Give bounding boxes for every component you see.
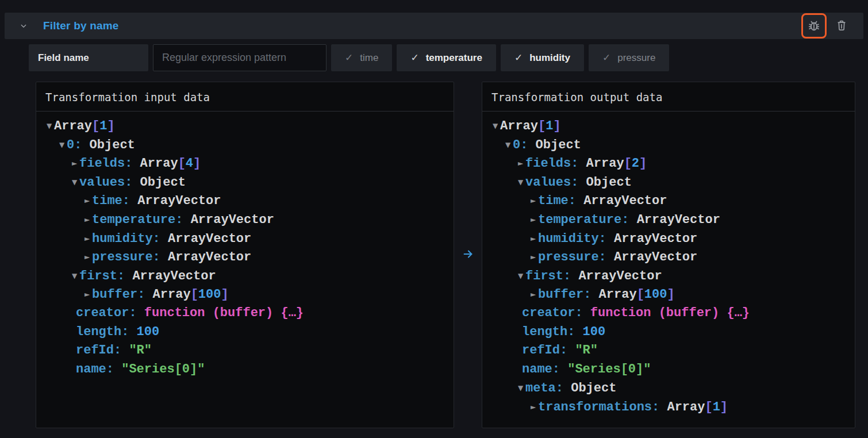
tree-row[interactable]: ►buffer: Array[100] (482, 285, 855, 304)
json-plain: Array (145, 287, 190, 302)
json-function: function (buffer) {…} (137, 306, 304, 320)
tree-row: refId: "R" (482, 341, 855, 360)
debug-transformation-button[interactable] (801, 13, 827, 39)
json-bracket: [ (538, 119, 546, 133)
caret-right-icon[interactable]: ► (85, 210, 92, 229)
json-number: 1 (713, 400, 720, 414)
json-plain: Array (578, 156, 624, 171)
json-bracket: [ (178, 156, 186, 171)
tree-row[interactable]: ►pressure: ArrayVector (482, 248, 855, 267)
caret-right-icon[interactable]: ► (531, 229, 538, 248)
json-key: 0: (513, 138, 528, 152)
caret-right-icon[interactable]: ► (518, 154, 525, 173)
transformation-editor-header: Filter by name (5, 13, 863, 39)
caret-right-icon[interactable]: ► (531, 398, 538, 417)
tree-row[interactable]: ▼Array[1] (36, 117, 454, 136)
check-icon: ✓ (345, 52, 353, 64)
caret-right-icon[interactable]: ► (85, 191, 92, 210)
caret-down-icon[interactable]: ▼ (72, 173, 79, 192)
transform-flow (454, 82, 482, 428)
json-key: humidity: (538, 232, 606, 246)
caret-right-icon[interactable]: ► (72, 154, 79, 173)
tree-row[interactable]: ►transformations: Array[1] (482, 398, 855, 417)
tree-row[interactable]: ►time: ArrayVector (482, 191, 855, 210)
json-function: function (buffer) {…} (583, 306, 750, 320)
json-bracket: ] (107, 119, 114, 133)
caret-down-icon[interactable]: ▼ (518, 379, 525, 398)
json-plain: Array (659, 400, 705, 414)
tree-row[interactable]: ▼0: Object (36, 136, 454, 155)
arrow-right-icon (462, 248, 474, 263)
caret-right-icon[interactable]: ► (531, 191, 538, 210)
tree-row[interactable]: ►buffer: Array[100] (36, 285, 454, 304)
transformation-input-panel: Transformation input data ▼Array[1]▼0: O… (36, 82, 454, 428)
json-number: 1 (99, 119, 107, 133)
header-actions (801, 13, 851, 39)
tree-row: refId: "R" (36, 341, 454, 360)
tree-row[interactable]: ►temperature: ArrayVector (36, 210, 454, 229)
tree-row: name: "Series[0]" (482, 360, 855, 379)
field-toggle-label: time (360, 52, 378, 64)
tree-row[interactable]: ►fields: Array[4] (36, 154, 454, 173)
caret-down-icon[interactable]: ▼ (505, 136, 513, 155)
transformation-title[interactable]: Filter by name (43, 20, 119, 32)
caret-down-icon[interactable]: ▼ (72, 267, 79, 286)
tree-row[interactable]: ▼meta: Object (482, 379, 855, 398)
json-key: first: (525, 269, 571, 283)
json-bracket: [ (637, 287, 644, 302)
trash-icon (835, 18, 848, 34)
regex-pattern-input[interactable] (153, 44, 327, 71)
caret-right-icon[interactable]: ► (531, 210, 538, 229)
caret-right-icon[interactable]: ► (85, 285, 92, 304)
tree-row[interactable]: ▼first: ArrayVector (482, 267, 855, 286)
json-key: temperature: (92, 213, 183, 227)
json-key: refId: (522, 343, 567, 358)
tree-row[interactable]: ▼Array[1] (482, 117, 855, 136)
tree-row: creator: function (buffer) {…} (482, 304, 855, 323)
json-bracket: [ (92, 119, 99, 133)
field-toggle-time[interactable]: ✓ time (331, 44, 392, 71)
tree-row[interactable]: ►fields: Array[2] (482, 154, 855, 173)
tree-row[interactable]: ►humidity: ArrayVector (482, 229, 855, 248)
collapse-chevron-down-icon[interactable] (18, 21, 29, 31)
json-bracket: ] (639, 156, 647, 171)
json-key: pressure: (92, 250, 160, 264)
caret-right-icon[interactable]: ► (85, 248, 92, 267)
tree-row[interactable]: ▼values: Object (36, 173, 454, 192)
caret-right-icon[interactable]: ► (85, 229, 92, 248)
caret-right-icon[interactable]: ► (531, 248, 538, 267)
tree-row[interactable]: ▼values: Object (482, 173, 855, 192)
json-plain: ArrayVector (576, 194, 667, 208)
field-toggle-temperature[interactable]: ✓ temperature (397, 44, 496, 71)
tree-row[interactable]: ►time: ArrayVector (36, 191, 454, 210)
json-string: "Series[0]" (560, 362, 651, 376)
tree-row[interactable]: ►pressure: ArrayVector (36, 248, 454, 267)
caret-right-icon[interactable]: ► (531, 285, 538, 304)
json-plain: Array (591, 287, 636, 302)
caret-down-icon[interactable]: ▼ (518, 267, 525, 286)
json-number: 2 (632, 156, 639, 171)
caret-down-icon[interactable]: ▼ (59, 136, 67, 155)
filter-controls-row: Field name ✓ time ✓ temperature ✓ humidi… (29, 44, 863, 71)
field-toggle-humidity[interactable]: ✓ humidity (501, 44, 584, 71)
field-name-label: Field name (29, 44, 148, 71)
caret-down-icon[interactable]: ▼ (47, 117, 54, 136)
tree-row[interactable]: ▼0: Object (482, 136, 855, 155)
field-toggle-label: temperature (426, 52, 482, 64)
json-number: 100 (575, 325, 605, 339)
check-icon: ✓ (602, 52, 610, 64)
json-key: refId: (76, 343, 121, 358)
json-plain: ArrayVector (125, 269, 216, 283)
tree-row: length: 100 (482, 323, 855, 342)
output-panel-title: Transformation output data (482, 82, 855, 112)
json-key: pressure: (538, 250, 606, 264)
tree-row[interactable]: ►humidity: ArrayVector (36, 229, 454, 248)
caret-down-icon[interactable]: ▼ (493, 117, 500, 136)
json-key: length: (76, 325, 129, 339)
tree-row[interactable]: ►temperature: ArrayVector (482, 210, 855, 229)
json-bracket: ] (720, 400, 728, 414)
tree-row[interactable]: ▼first: ArrayVector (36, 267, 454, 286)
delete-transformation-button[interactable] (832, 13, 851, 39)
field-toggle-pressure[interactable]: ✓ pressure (589, 44, 669, 71)
caret-down-icon[interactable]: ▼ (518, 173, 525, 192)
